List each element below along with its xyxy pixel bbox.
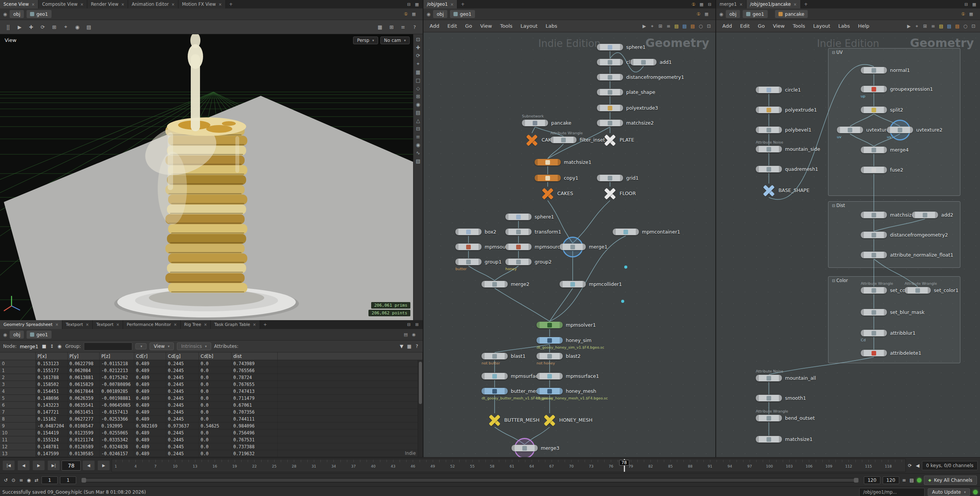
node-distancefromgeometry1[interactable]: distancefromgeometry1 [597,74,623,80]
cell[interactable]: 0.0617844 [67,388,99,395]
node-transform1[interactable]: transform1 [505,229,532,235]
camera-dropdown[interactable]: No cam [380,37,410,44]
cell[interactable]: 0.0 [198,374,231,381]
node-floor[interactable]: FLOOR [603,187,617,200]
cell[interactable]: 0.0 [198,429,231,436]
cell[interactable]: 0.0 [198,443,231,450]
pin-icon[interactable]: ◉ [3,12,7,17]
link-icon[interactable]: ① [696,12,701,17]
cell[interactable]: 0.00189285 [99,388,134,395]
node-matchsize1[interactable]: matchsize1 [535,159,561,165]
node-merge3[interactable]: merge3 [512,445,538,451]
breadcrumb-geo1[interactable]: geo1 [743,10,768,18]
add-tab-button[interactable]: + [801,0,812,8]
split-icon[interactable]: ⊟ [415,126,421,132]
cell[interactable]: 0.707356 [231,409,277,416]
cell[interactable]: 0.744111 [231,416,277,423]
row-number[interactable]: 7 [0,409,35,416]
breadcrumb-geo1[interactable]: geo1 [450,10,475,18]
network-editor-geo1[interactable]: Indie Edition Geometry sphere1clip2add1d… [423,32,715,457]
undo-icon[interactable]: ↺ [3,478,8,483]
close-icon[interactable]: × [173,322,177,327]
network-editor-pancake[interactable]: Indie Edition Geometry UVDistColornormal… [716,32,980,457]
layout-icon[interactable]: ▦ [415,69,421,75]
cell[interactable]: 0.148696 [35,395,67,402]
node-split2[interactable]: split2 [861,107,887,113]
cell[interactable]: 0.2445 [166,374,198,381]
group-input[interactable] [84,342,132,351]
render-icon[interactable]: ◉ [72,22,82,32]
close-icon[interactable]: × [204,322,207,327]
node-normal1[interactable]: normal1 [861,67,887,73]
cell[interactable]: 0.489 [134,360,166,367]
jump-start-button[interactable]: |◀ [2,460,15,471]
cell[interactable]: 0.0 [198,381,231,388]
node-distancefromgeometry2[interactable]: distancefromgeometry2 [861,232,887,238]
cell[interactable]: 0.15162 [35,416,67,423]
add-tab-button[interactable]: + [226,0,237,8]
node-polyextrude3[interactable]: polyextrude3 [597,105,623,111]
layout-icon[interactable]: ▦ [972,2,977,7]
node-butter-mesh[interactable]: BUTTER_MESH [488,414,501,427]
mirror-icon[interactable]: ⇄ [34,478,39,483]
cell[interactable]: 0.192095 [99,423,134,429]
node-attribute-normalize-float1[interactable]: attribute_normalize_float1 [861,252,887,258]
row-number[interactable]: 10 [0,429,35,436]
cell[interactable]: 0.2445 [166,429,198,436]
cell[interactable]: 0.062084 [67,367,99,374]
list-icon[interactable]: ≡ [930,23,936,29]
node-base-shape[interactable]: BASE_SHAPE [762,184,775,197]
cell[interactable]: 0.161788 [35,374,67,381]
scene-viewport[interactable]: View Persp No cam ⊡✚⟳⌖▦□◇⊞◉▤△⊟≡◉∿▧ 206,0… [0,34,423,320]
node-honey-mesh[interactable]: honey_meshdt_gooey_honey_mesh_v1.$F4.bge… [537,388,563,394]
row-number[interactable]: 6 [0,402,35,409]
jump-end-button[interactable]: ▶| [47,460,60,471]
render-icon[interactable]: ◉ [415,102,421,107]
cell[interactable]: 0.0 [198,402,231,409]
close-icon[interactable]: × [55,322,58,327]
record-icon[interactable]: ⊙ [11,478,16,483]
close-icon[interactable]: × [121,2,124,7]
layout-icon[interactable]: ▦ [704,12,709,17]
view-dropdown[interactable]: View [150,342,174,350]
node-set-color[interactable]: set_colorAttribute Wrangle [861,287,887,294]
cell[interactable]: 0.2445 [166,395,198,402]
cell[interactable]: 0.489 [134,374,166,381]
cell[interactable]: 0.489 [134,388,166,395]
target-icon[interactable]: ⌖ [914,23,920,29]
breadcrumb-obj[interactable]: obj [10,331,23,339]
cell[interactable]: 0.78724 [231,374,277,381]
row-number[interactable]: 8 [0,416,35,423]
cell[interactable]: -0.00780896 [99,381,134,388]
row-number[interactable]: 2 [0,374,35,381]
node-plate-shape[interactable]: plate_shape [597,89,623,95]
node-blast1[interactable]: blast1not butter [482,353,508,359]
cell[interactable]: 0.765566 [231,367,277,374]
row-number[interactable]: 0 [0,360,35,367]
auto-update-dropdown[interactable]: Auto Update [928,488,970,496]
column-header-p-y[interactable]: P[y] [67,352,99,360]
node-copy1[interactable]: copy1 [535,175,561,181]
node-mountain-all[interactable]: mountain_allAttribute Noise [756,375,782,381]
cell[interactable]: 0.489 [134,402,166,409]
columns-icon[interactable]: ▦ [407,344,412,349]
range-end-handle[interactable] [854,478,858,483]
palette-blue[interactable]: ▤ [947,23,952,29]
cell[interactable]: -0.0335342 [99,436,134,443]
render-icon[interactable]: ◉ [26,478,32,483]
pin-icon[interactable]: ◉ [427,12,430,17]
pane-tab-motion-fx-view[interactable]: Motion FX View× [178,0,225,8]
cell[interactable]: 0.0130585 [67,450,99,457]
column-header-p-x[interactable]: P[x] [35,352,67,360]
pin-icon[interactable]: ◉ [3,332,7,337]
pane-tab-textport[interactable]: Textport× [93,320,123,329]
cell[interactable]: -0.0212213 [99,367,134,374]
node-matchsize1[interactable]: matchsize1 [756,436,782,443]
grid-icon[interactable]: ⊞ [922,23,928,29]
add-tab-button[interactable]: + [457,0,468,8]
node-cakes[interactable]: CAKES [541,187,554,200]
node-uvtexture1[interactable]: uvtexture1uv [837,127,863,133]
cell[interactable]: 0.148781 [35,443,67,450]
node-icon[interactable]: ■ [42,344,47,349]
node-grid1[interactable]: grid1 [597,175,623,181]
